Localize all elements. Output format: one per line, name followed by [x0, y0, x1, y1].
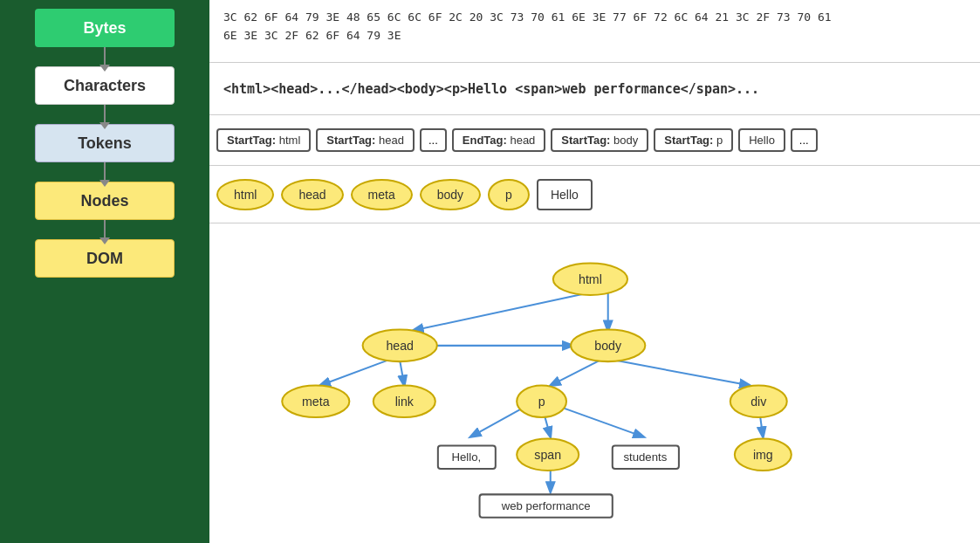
node-head: head: [281, 179, 343, 210]
node-body: body: [420, 179, 481, 210]
dom-step: DOM: [35, 239, 175, 278]
dom-node-students-label: students: [623, 450, 667, 464]
node-p: p: [488, 179, 530, 210]
nodes-label: Nodes: [80, 192, 128, 210]
token-starttag-body: StartTag: body: [551, 128, 648, 152]
token-text-hello: Hello: [738, 128, 785, 152]
arrow-tokens-nodes: [104, 162, 106, 182]
edge-head-link: [400, 361, 404, 385]
characters-step: Characters: [35, 66, 175, 124]
tokens-box: Tokens: [35, 124, 175, 162]
characters-section: <html><head>...</head><body><p>Hello <sp…: [209, 63, 980, 115]
token-starttag-head: StartTag: head: [316, 128, 415, 152]
bytes-text: 3C 62 6F 64 79 3E 48 65 6C 6C 6F 2C 20 3…: [223, 9, 832, 45]
edge-p-students: [555, 405, 643, 437]
token-starttag-html: StartTag: html: [216, 128, 311, 152]
dom-node-link-label: link: [395, 395, 415, 409]
dom-node-span-label: span: [534, 448, 561, 462]
tokens-step: Tokens: [35, 124, 175, 182]
dom-node-div-label: div: [750, 395, 767, 409]
dom-node-hello-label: Hello,: [451, 450, 481, 464]
main-container: Bytes Characters Tokens Nodes DOM: [0, 0, 980, 543]
dom-node-p-label: p: [538, 395, 545, 409]
tokens-label: Tokens: [78, 134, 132, 153]
dom-node-html-label: html: [579, 272, 602, 286]
token-starttag-p: StartTag: p: [654, 128, 733, 152]
node-meta: meta: [351, 179, 413, 210]
dom-node-head-label: head: [386, 339, 414, 353]
bytes-label: Bytes: [83, 19, 126, 38]
nodes-section: html head meta body p Hello: [209, 166, 980, 223]
edge-head-meta: [320, 361, 387, 385]
edge-body-div: [617, 361, 750, 385]
token-ellipsis-1: ...: [420, 128, 447, 152]
token-endtag-head: EndTag: head: [452, 128, 546, 152]
characters-content: <html><head>...</head><body><p>Hello <sp…: [223, 81, 759, 97]
dom-label: DOM: [86, 250, 123, 268]
dom-section: html head body meta link p div: [209, 223, 980, 543]
node-html: html: [216, 179, 274, 210]
dom-box: DOM: [35, 239, 175, 278]
edge-body-p: [551, 361, 600, 385]
nodes-box: Nodes: [35, 182, 175, 220]
characters-label: Characters: [64, 77, 146, 95]
dom-node-img-label: img: [753, 448, 773, 462]
token-ellipsis-2: ...: [791, 128, 818, 152]
arrow-chars-tokens: [104, 105, 106, 124]
content-area: 3C 62 6F 64 79 3E 48 65 6C 6C 6F 2C 20 3…: [209, 0, 980, 543]
arrow-nodes-dom: [104, 220, 106, 239]
node-hello: Hello: [537, 179, 593, 210]
dom-node-meta-label: meta: [302, 395, 330, 409]
pipeline: Bytes Characters Tokens Nodes DOM: [0, 0, 209, 543]
bytes-section: 3C 62 6F 64 79 3E 48 65 6C 6C 6F 2C 20 3…: [209, 0, 980, 63]
bytes-box: Bytes: [35, 9, 175, 47]
nodes-step: Nodes: [35, 182, 175, 239]
tokens-section: StartTag: html StartTag: head ... EndTag…: [209, 115, 980, 166]
dom-tree-svg: html head body meta link p div: [209, 229, 980, 538]
arrow-bytes-chars: [104, 47, 106, 66]
bytes-step: Bytes: [35, 9, 175, 66]
dom-node-body-label: body: [594, 339, 622, 353]
dom-node-webperf-label: web performance: [501, 499, 591, 512]
characters-box: Characters: [35, 66, 175, 105]
characters-text: <html><head>...</head><body><p>Hello <sp…: [223, 81, 759, 97]
edge-html-head: [413, 292, 590, 331]
